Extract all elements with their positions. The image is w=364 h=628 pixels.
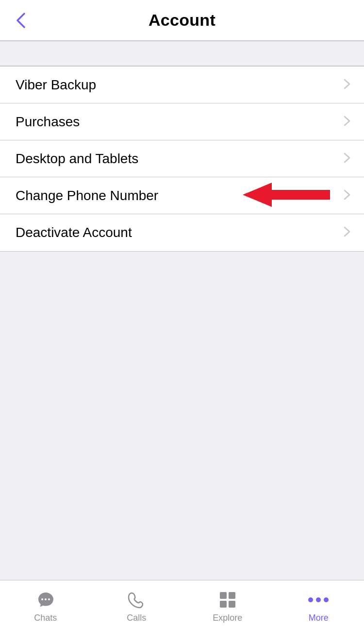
svg-rect-6 (220, 601, 227, 608)
chevron-right-icon (344, 226, 350, 239)
chevron-right-icon (344, 116, 350, 128)
content-area (0, 252, 364, 580)
svg-rect-4 (220, 592, 227, 599)
menu-item-label: Purchases (16, 114, 80, 130)
back-chevron-icon (16, 12, 26, 29)
svg-point-1 (41, 598, 43, 600)
svg-rect-7 (229, 601, 235, 608)
phone-icon (126, 590, 147, 610)
header: Account (0, 0, 364, 41)
chevron-right-icon (344, 153, 350, 165)
tab-calls[interactable]: Calls (91, 580, 182, 628)
page-title: Account (149, 11, 215, 30)
tab-bar: Chats Calls Explore (0, 580, 364, 628)
menu-item-purchases[interactable]: Purchases (0, 103, 364, 140)
menu-item-label: Desktop and Tablets (16, 151, 138, 167)
svg-point-2 (45, 598, 47, 600)
tab-explore[interactable]: Explore (182, 580, 273, 628)
menu-item-label: Deactivate Account (16, 225, 132, 240)
menu-item-viber-backup[interactable]: Viber Backup (0, 67, 364, 103)
svg-point-3 (48, 598, 50, 600)
menu-item-desktop-tablets[interactable]: Desktop and Tablets (0, 140, 364, 177)
svg-marker-0 (243, 183, 330, 207)
chevron-right-icon (344, 79, 350, 91)
svg-point-10 (324, 597, 329, 602)
chat-icon (35, 590, 56, 610)
chevron-right-icon (344, 189, 350, 202)
tab-label-more: More (309, 613, 329, 623)
svg-point-9 (316, 597, 321, 602)
menu-item-label: Change Phone Number (16, 188, 158, 204)
tab-label-chats: Chats (34, 613, 57, 623)
menu-item-change-phone[interactable]: Change Phone Number (0, 177, 364, 214)
tab-label-calls: Calls (127, 613, 146, 623)
back-button[interactable] (12, 8, 30, 33)
svg-rect-5 (229, 592, 235, 599)
svg-point-8 (308, 597, 313, 602)
tab-label-explore: Explore (213, 613, 242, 623)
tab-chats[interactable]: Chats (0, 580, 91, 628)
red-arrow-annotation (243, 183, 330, 209)
menu-item-deactivate[interactable]: Deactivate Account (0, 214, 364, 251)
section-gap (0, 41, 364, 66)
menu-list: Viber Backup Purchases Desktop and Table… (0, 66, 364, 252)
explore-icon (217, 590, 238, 610)
menu-item-label: Viber Backup (16, 77, 96, 93)
tab-more[interactable]: More (273, 580, 364, 628)
more-icon (308, 590, 329, 610)
